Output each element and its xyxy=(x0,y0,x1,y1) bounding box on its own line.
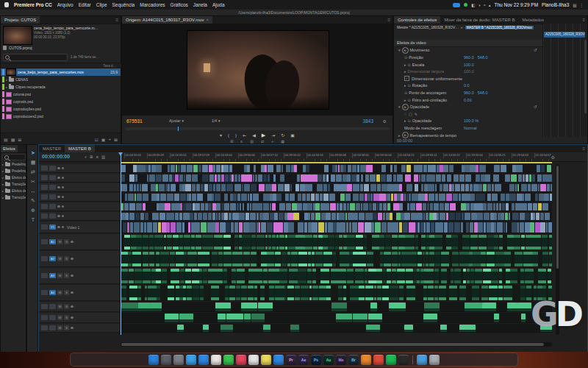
clip[interactable] xyxy=(481,174,485,182)
clip[interactable] xyxy=(241,194,247,201)
clip[interactable] xyxy=(251,184,257,191)
clip[interactable] xyxy=(377,286,381,300)
timeline-icon[interactable]: ▥ xyxy=(101,155,105,160)
clip[interactable] xyxy=(416,165,423,172)
clip[interactable] xyxy=(490,213,494,220)
clip[interactable] xyxy=(212,203,216,210)
clip[interactable] xyxy=(446,194,453,201)
clip[interactable] xyxy=(179,235,183,250)
clip[interactable] xyxy=(254,269,262,283)
clip[interactable] xyxy=(151,194,157,201)
dock-safari[interactable] xyxy=(186,355,196,365)
clip[interactable] xyxy=(265,165,267,172)
source-playhead[interactable] xyxy=(178,127,179,131)
clip[interactable] xyxy=(215,302,231,311)
clip[interactable] xyxy=(279,235,285,250)
clip[interactable] xyxy=(352,222,358,233)
clip[interactable] xyxy=(435,252,440,266)
clip[interactable] xyxy=(171,184,176,191)
track-target-chip[interactable] xyxy=(49,194,56,199)
transport-icon[interactable]: ⇤ xyxy=(243,132,246,138)
clip[interactable] xyxy=(435,184,437,191)
transport-icon[interactable]: { xyxy=(228,133,229,138)
clip[interactable] xyxy=(450,203,456,210)
clip[interactable] xyxy=(121,302,138,311)
source-patch-chip[interactable] xyxy=(41,185,48,190)
clip[interactable] xyxy=(347,269,354,283)
clip[interactable] xyxy=(276,165,281,172)
project-item-coprodu-es-psd[interactable]: coproduções.psd xyxy=(1,105,121,113)
clip[interactable] xyxy=(326,174,329,182)
clip[interactable] xyxy=(305,184,308,191)
track-target-chip[interactable] xyxy=(49,204,56,209)
source-patch-chip[interactable] xyxy=(41,204,48,209)
solo-button[interactable]: S xyxy=(64,290,69,295)
track-lane-A2[interactable] xyxy=(121,251,552,267)
fit-dropdown[interactable]: Ajustar ▾ xyxy=(169,118,184,123)
clip[interactable] xyxy=(538,184,539,191)
clip[interactable] xyxy=(263,325,270,332)
clip[interactable] xyxy=(220,325,234,332)
clip[interactable] xyxy=(336,314,353,322)
clip[interactable] xyxy=(423,286,427,300)
clip[interactable] xyxy=(272,235,276,250)
solo-button[interactable]: S xyxy=(64,256,69,261)
clip[interactable] xyxy=(263,203,270,210)
tool-icon-3[interactable]: ✂ xyxy=(27,177,39,186)
source-patch-chip[interactable] xyxy=(41,213,48,219)
track-target-chip[interactable] xyxy=(49,315,56,320)
close-icon[interactable]: × xyxy=(207,18,209,22)
toggle-track-output-icon[interactable] xyxy=(57,226,60,229)
clip[interactable] xyxy=(536,213,539,220)
clip[interactable] xyxy=(347,203,349,210)
resolution-dropdown[interactable]: 1/4 ▾ xyxy=(212,118,220,123)
clip[interactable] xyxy=(121,165,126,172)
clip[interactable] xyxy=(307,269,312,283)
clip[interactable] xyxy=(443,184,448,191)
clip[interactable] xyxy=(409,235,414,250)
clip[interactable] xyxy=(169,174,172,182)
clip[interactable] xyxy=(383,269,387,283)
clip[interactable] xyxy=(389,302,406,311)
clip[interactable] xyxy=(257,235,265,250)
clip[interactable] xyxy=(453,194,458,201)
dock-after-effects[interactable]: Ae xyxy=(298,355,309,365)
clip[interactable] xyxy=(338,286,343,300)
effect-row-rota-o[interactable]: ▸⊙Rotação0.0 xyxy=(394,82,542,90)
clip[interactable] xyxy=(212,213,216,220)
mute-button[interactable]: M xyxy=(57,304,62,309)
clip[interactable] xyxy=(232,213,239,220)
clip[interactable] xyxy=(535,194,538,201)
clip[interactable] xyxy=(205,203,208,210)
property-value[interactable]: 100.0 xyxy=(464,63,474,67)
effect-row-filtro-anti-cintila-o[interactable]: ▸⊙Filtro anti-cintilação0.00 xyxy=(394,96,542,104)
clip[interactable] xyxy=(298,194,302,201)
clip[interactable] xyxy=(528,184,531,191)
clip[interactable] xyxy=(211,286,215,300)
dock-mensagens[interactable] xyxy=(223,355,234,365)
clip[interactable] xyxy=(337,203,340,210)
clip[interactable] xyxy=(533,252,538,266)
clip[interactable] xyxy=(212,252,218,266)
clip[interactable] xyxy=(320,203,326,210)
clip[interactable] xyxy=(434,235,442,250)
clip[interactable] xyxy=(142,184,148,191)
clip[interactable] xyxy=(199,269,202,283)
clip[interactable] xyxy=(237,269,245,283)
effect-scrollbar[interactable] xyxy=(584,40,587,113)
mute-button[interactable]: M xyxy=(57,273,62,278)
clip[interactable] xyxy=(406,165,411,172)
clip[interactable] xyxy=(129,286,137,300)
clip[interactable] xyxy=(379,203,382,210)
clip[interactable] xyxy=(313,235,318,250)
clip[interactable] xyxy=(203,213,207,220)
clip[interactable] xyxy=(129,269,134,283)
clip[interactable] xyxy=(365,286,373,300)
clip[interactable] xyxy=(453,174,459,182)
clip[interactable] xyxy=(507,235,514,250)
clip[interactable] xyxy=(156,252,159,266)
source-patch-chip[interactable] xyxy=(41,290,48,295)
clip[interactable] xyxy=(548,174,552,182)
panel-menu-icon[interactable]: ≡ xyxy=(580,146,587,151)
clip[interactable] xyxy=(220,222,226,233)
